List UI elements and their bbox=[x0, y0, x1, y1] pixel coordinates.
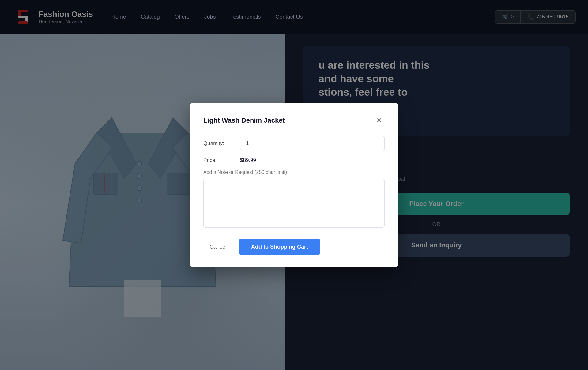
note-textarea[interactable] bbox=[203, 179, 385, 228]
modal-title: Light Wash Denim Jacket bbox=[203, 116, 285, 124]
price-label: Price bbox=[203, 157, 240, 163]
modal-overlay: Light Wash Denim Jacket ✕ Quantity: Pric… bbox=[0, 0, 588, 370]
note-section: Add a Note or Request (250 char limit) bbox=[203, 170, 385, 229]
note-label: Add a Note or Request (250 char limit) bbox=[203, 170, 385, 175]
modal-header: Light Wash Denim Jacket ✕ bbox=[203, 115, 385, 126]
quantity-label: Quantity: bbox=[203, 140, 240, 147]
price-value: $89.99 bbox=[240, 157, 256, 163]
add-to-cart-modal: Light Wash Denim Jacket ✕ Quantity: Pric… bbox=[190, 103, 398, 267]
add-to-cart-button[interactable]: Add to Shopping Cart bbox=[239, 239, 320, 255]
modal-actions: Cancel Add to Shopping Cart bbox=[203, 239, 385, 255]
quantity-field: Quantity: bbox=[203, 136, 385, 151]
price-field: Price $89.99 bbox=[203, 157, 385, 163]
cancel-button[interactable]: Cancel bbox=[203, 239, 233, 254]
quantity-input[interactable] bbox=[240, 136, 385, 151]
modal-close-button[interactable]: ✕ bbox=[374, 115, 385, 126]
